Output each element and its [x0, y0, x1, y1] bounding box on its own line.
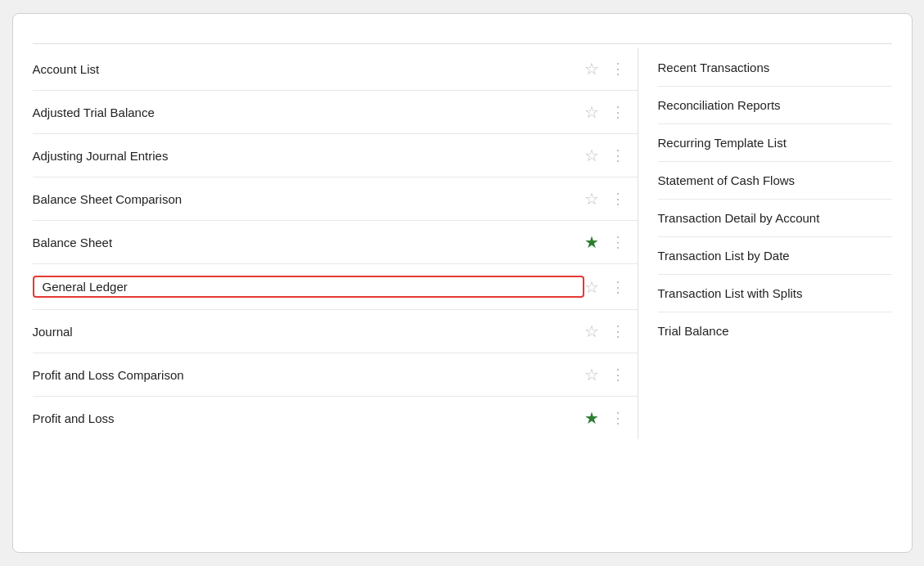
right-item-recurring-template-list[interactable]: Recurring Template List [658, 124, 892, 162]
right-panel: Recent TransactionsReconciliation Report… [638, 47, 892, 439]
dots-icon-balance-sheet-comparison[interactable]: ⋮ [611, 190, 624, 208]
report-label-general-ledger: General Ledger [33, 276, 584, 298]
star-icon-journal[interactable]: ☆ [584, 321, 599, 341]
right-item-recent-transactions[interactable]: Recent Transactions [658, 54, 892, 87]
star-icon-profit-and-loss[interactable]: ★ [584, 408, 599, 428]
report-label-profit-and-loss: Profit and Loss [33, 411, 584, 425]
right-item-statement-of-cash-flows[interactable]: Statement of Cash Flows [658, 162, 892, 200]
star-icon-account-list[interactable]: ☆ [584, 59, 599, 79]
dots-icon-general-ledger[interactable]: ⋮ [611, 278, 624, 296]
report-item-adjusted-trial-balance[interactable]: Adjusted Trial Balance☆⋮ [33, 91, 638, 134]
report-label-adjusted-trial-balance: Adjusted Trial Balance [33, 106, 584, 119]
report-label-adjusting-journal-entries: Adjusting Journal Entries [33, 149, 584, 163]
dots-icon-journal[interactable]: ⋮ [611, 322, 624, 340]
report-item-journal[interactable]: Journal☆⋮ [33, 310, 638, 353]
dots-icon-adjusted-trial-balance[interactable]: ⋮ [611, 103, 624, 121]
right-item-transaction-list-by-date[interactable]: Transaction List by Date [658, 237, 892, 275]
star-icon-balance-sheet-comparison[interactable]: ☆ [584, 189, 599, 209]
right-item-transaction-detail-by-account[interactable]: Transaction Detail by Account [658, 200, 892, 237]
report-item-adjusting-journal-entries[interactable]: Adjusting Journal Entries☆⋮ [33, 134, 638, 177]
dots-icon-profit-and-loss-comparison[interactable]: ⋮ [611, 366, 624, 384]
report-item-profit-and-loss-comparison[interactable]: Profit and Loss Comparison☆⋮ [33, 353, 638, 397]
report-item-general-ledger[interactable]: General Ledger☆⋮ [33, 264, 638, 310]
star-icon-adjusted-trial-balance[interactable]: ☆ [584, 102, 599, 122]
dots-icon-balance-sheet[interactable]: ⋮ [611, 233, 624, 251]
right-item-trial-balance[interactable]: Trial Balance [658, 312, 892, 349]
right-item-transaction-list-with-splits[interactable]: Transaction List with Splits [658, 275, 892, 312]
right-item-reconciliation-reports[interactable]: Reconciliation Reports [658, 87, 892, 124]
report-label-balance-sheet: Balance Sheet [33, 236, 584, 249]
star-icon-adjusting-journal-entries[interactable]: ☆ [584, 146, 599, 165]
content-area: Account List☆⋮Adjusted Trial Balance☆⋮Ad… [33, 47, 892, 439]
dots-icon-profit-and-loss[interactable]: ⋮ [611, 409, 624, 427]
report-item-profit-and-loss[interactable]: Profit and Loss★⋮ [33, 397, 638, 439]
report-item-balance-sheet-comparison[interactable]: Balance Sheet Comparison☆⋮ [33, 177, 638, 221]
dots-icon-adjusting-journal-entries[interactable]: ⋮ [611, 146, 624, 164]
report-label-profit-and-loss-comparison: Profit and Loss Comparison [33, 368, 584, 382]
report-item-account-list[interactable]: Account List☆⋮ [33, 47, 638, 91]
star-icon-profit-and-loss-comparison[interactable]: ☆ [584, 365, 599, 384]
star-icon-general-ledger[interactable]: ☆ [584, 277, 599, 297]
main-card: Account List☆⋮Adjusted Trial Balance☆⋮Ad… [12, 13, 913, 553]
report-label-balance-sheet-comparison: Balance Sheet Comparison [33, 192, 584, 206]
star-icon-balance-sheet[interactable]: ★ [584, 232, 599, 252]
report-item-balance-sheet[interactable]: Balance Sheet★⋮ [33, 221, 638, 264]
left-panel: Account List☆⋮Adjusted Trial Balance☆⋮Ad… [33, 47, 638, 439]
section-header [33, 30, 892, 44]
dots-icon-account-list[interactable]: ⋮ [611, 60, 624, 78]
report-label-account-list: Account List [33, 62, 584, 76]
report-label-journal: Journal [33, 325, 584, 339]
